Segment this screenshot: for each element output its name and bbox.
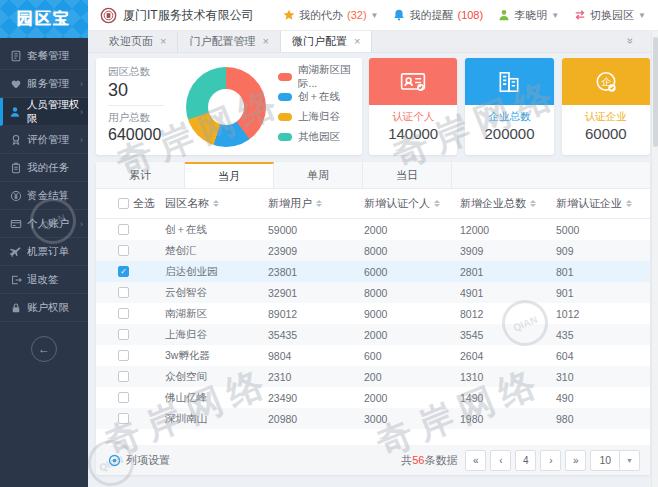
sidebar-item-4[interactable]: 评价管理› — [0, 126, 88, 154]
value-cell: 3000 — [364, 413, 460, 425]
my-reminder-button[interactable]: 我的提醒 (108) — [393, 8, 483, 23]
value-cell: 980 — [556, 413, 650, 425]
table-row[interactable]: 楚创汇2390980003909909 — [96, 240, 650, 261]
legend-color-dot — [278, 73, 292, 81]
value-cell: 35435 — [268, 329, 364, 341]
column-header-label: 新增认证个人 — [364, 196, 430, 211]
page-size-select[interactable]: 10 ▼ — [590, 450, 640, 471]
period-tab-3[interactable]: 单周 — [274, 162, 363, 188]
table-row[interactable]: 深圳南山2098030001980980 — [96, 408, 650, 429]
table-row[interactable]: 上海归谷3543520003545435 — [96, 324, 650, 345]
column-settings-button[interactable]: 列项设置 — [108, 453, 170, 468]
column-header-4[interactable]: 新增企业总数 — [460, 196, 556, 211]
row-checkbox[interactable] — [118, 224, 129, 235]
park-name-cell: 云创智谷 — [158, 286, 268, 300]
switch-icon — [574, 9, 586, 21]
sidebar-item-2[interactable]: 服务管理› — [0, 70, 88, 98]
switch-park-button[interactable]: 切换园区 ▼ — [574, 8, 646, 23]
chevron-right-icon: › — [80, 219, 83, 229]
value-cell: 1490 — [460, 392, 556, 404]
column-header-5[interactable]: 新增认证企业 — [556, 196, 650, 211]
page-tab-1[interactable]: 欢迎页面× — [98, 31, 178, 52]
legend-item: 上海归谷 — [278, 107, 356, 127]
sidebar-item-label: 评价管理 — [27, 133, 69, 147]
tab-overflow-icon[interactable]: « — [623, 38, 635, 44]
sort-icon[interactable] — [316, 200, 322, 207]
value-cell: 20980 — [268, 413, 364, 425]
sidebar-item-label: 人员管理权限 — [27, 98, 88, 126]
tab-close-icon[interactable]: × — [354, 36, 360, 47]
park-total-label: 园区总数 — [108, 65, 182, 79]
value-cell: 909 — [556, 245, 650, 257]
chevron-right-icon: › — [80, 79, 83, 89]
page-scrollbar[interactable] — [651, 31, 658, 487]
sidebar-collapse-button[interactable]: ← — [31, 336, 57, 362]
next-page-button[interactable]: › — [540, 450, 561, 471]
table-row[interactable]: 众创空间23102001310310 — [96, 366, 650, 387]
row-checkbox[interactable] — [118, 329, 129, 340]
legend-item: 南湖新区国际... — [278, 67, 356, 87]
tab-close-icon[interactable]: × — [160, 36, 166, 47]
value-cell: 23909 — [268, 245, 364, 257]
sort-icon[interactable] — [626, 200, 632, 207]
sidebar-item-1[interactable]: 套餐管理 — [0, 42, 88, 70]
user-menu-button[interactable]: 李晓明 ▼ — [498, 8, 559, 23]
scrollbar-thumb[interactable] — [653, 37, 658, 147]
sidebar-item-3[interactable]: 人员管理权限› — [0, 98, 88, 126]
sort-icon[interactable] — [530, 200, 536, 207]
stat-tile-3[interactable]: 企认证企业60000 — [562, 58, 650, 155]
stat-tile-2[interactable]: 企业总数200000 — [465, 58, 553, 155]
content-area: 园区总数 30 用户总数 640000 南湖新区国际...创＋在线上海归谷其他园… — [88, 53, 658, 487]
row-checkbox[interactable] — [118, 287, 129, 298]
table-row[interactable]: ✓启达创业园2380160002801801 — [96, 261, 650, 282]
value-cell: 23490 — [268, 392, 364, 404]
page-number-button[interactable]: 4 — [515, 450, 536, 471]
row-checkbox[interactable] — [118, 350, 129, 361]
sort-icon[interactable] — [213, 200, 219, 207]
sidebar-item-10[interactable]: 账户权限 — [0, 294, 88, 322]
sidebar-item-label: 我的任务 — [27, 161, 69, 175]
stat-tile-value: 60000 — [562, 125, 650, 142]
sidebar-item-6[interactable]: 资金结算 — [0, 182, 88, 210]
stat-tile-1[interactable]: 认证个人140000 — [369, 58, 457, 155]
prev-page-button[interactable]: ‹ — [490, 450, 511, 471]
column-header-3[interactable]: 新增认证个人 — [364, 196, 460, 211]
table-row[interactable]: 云创智谷3290180004901901 — [96, 282, 650, 303]
period-tab-1[interactable]: 累计 — [96, 162, 185, 188]
sidebar-item-7[interactable]: 个人账户› — [0, 210, 88, 238]
legend-color-dot — [278, 133, 292, 141]
app-logo[interactable]: 园区宝 — [0, 0, 88, 38]
sidebar-item-label: 退改签 — [27, 273, 59, 287]
period-tab-4[interactable]: 当日 — [363, 162, 452, 188]
page-tab-3[interactable]: 微门户配置× — [281, 31, 372, 52]
table-row[interactable]: 创＋在线590002000120005000 — [96, 219, 650, 240]
table-row[interactable]: 南湖新区89012900080121012 — [96, 303, 650, 324]
page-tab-label: 欢迎页面 — [109, 34, 153, 49]
legend-label: 其他园区 — [298, 130, 340, 144]
lock-icon — [9, 301, 22, 314]
select-all-checkbox[interactable] — [118, 198, 129, 209]
row-checkbox[interactable] — [118, 392, 129, 403]
first-page-button[interactable]: « — [465, 450, 486, 471]
period-tab-2[interactable]: 当月 — [185, 162, 274, 188]
tab-close-icon[interactable]: × — [262, 36, 268, 47]
sidebar-item-9[interactable]: 退改签 — [0, 266, 88, 294]
row-checkbox[interactable]: ✓ — [118, 266, 129, 277]
table-row[interactable]: 佛山亿峰2349020001490490 — [96, 387, 650, 408]
last-page-button[interactable]: » — [565, 450, 586, 471]
sidebar-item-8[interactable]: 机票订单 — [0, 238, 88, 266]
value-cell: 8012 — [460, 308, 556, 320]
sidebar-item-5[interactable]: 我的任务 — [0, 154, 88, 182]
row-checkbox[interactable] — [118, 413, 129, 424]
row-checkbox[interactable] — [118, 371, 129, 382]
page-tab-2[interactable]: 门户配置管理× — [178, 31, 280, 52]
my-todo-button[interactable]: 我的代办 (32) ▼ — [283, 8, 378, 23]
column-header-1[interactable]: 园区名称 — [158, 196, 268, 211]
row-checkbox[interactable] — [118, 245, 129, 256]
column-header-2[interactable]: 新增用户 — [268, 196, 364, 211]
value-cell: 6000 — [364, 266, 460, 278]
row-checkbox[interactable] — [118, 308, 129, 319]
value-cell: 23801 — [268, 266, 364, 278]
table-row[interactable]: 3w孵化器98046002604604 — [96, 345, 650, 366]
sort-icon[interactable] — [434, 200, 440, 207]
